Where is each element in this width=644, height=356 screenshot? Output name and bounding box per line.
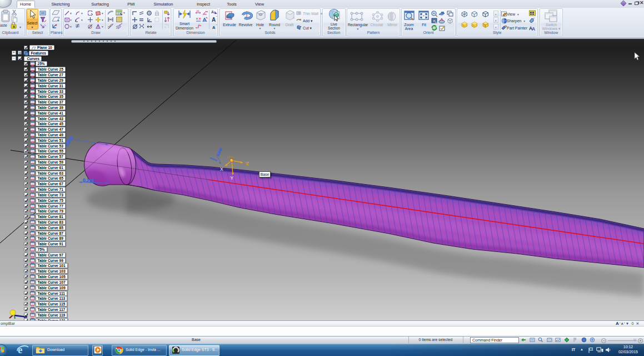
svg-text:ˇ: ˇ xyxy=(216,24,217,27)
svg-text:A: A xyxy=(532,26,535,31)
svg-text:M: M xyxy=(197,10,199,13)
svg-text:A: A xyxy=(212,25,216,30)
svg-text:A: A xyxy=(211,10,214,14)
svg-text:ˇ: ˇ xyxy=(216,16,217,19)
svg-text:A: A xyxy=(212,17,216,23)
svg-text:0.248: 0.248 xyxy=(216,147,223,157)
svg-text:Z: Z xyxy=(246,161,249,166)
svg-text:a: a xyxy=(13,24,15,28)
svg-text:0.216: 0.216 xyxy=(83,178,94,184)
svg-text:e: e xyxy=(18,344,22,355)
svg-text:Y: Y xyxy=(231,175,234,181)
svg-text:0.500: 0.500 xyxy=(64,135,74,147)
svg-text:✓: ✓ xyxy=(44,19,47,23)
svg-text:X: X xyxy=(220,166,223,172)
